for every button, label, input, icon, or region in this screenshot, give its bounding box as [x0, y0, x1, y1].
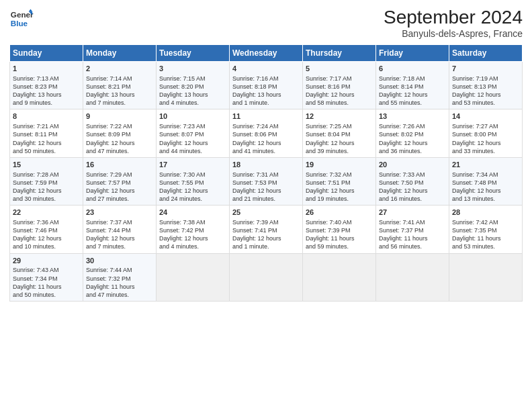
- day-number: 24: [159, 208, 226, 218]
- day-number: 13: [379, 111, 446, 122]
- calendar-cell: 10Sunrise: 7:23 AM Sunset: 8:07 PM Dayli…: [157, 109, 230, 157]
- day-number: 8: [13, 111, 80, 122]
- calendar-cell: 4Sunrise: 7:16 AM Sunset: 8:18 PM Daylig…: [230, 62, 303, 109]
- day-number: 2: [86, 64, 153, 74]
- calendar-cell: 5Sunrise: 7:17 AM Sunset: 8:16 PM Daylig…: [303, 62, 376, 109]
- day-number: 16: [86, 160, 153, 170]
- calendar-cell: 1Sunrise: 7:13 AM Sunset: 8:23 PM Daylig…: [10, 62, 83, 109]
- logo: General Blue: [9, 7, 34, 31]
- day-number: 17: [159, 160, 226, 170]
- day-number: 25: [232, 208, 300, 218]
- calendar-cell: [303, 253, 376, 301]
- calendar-cell: 17Sunrise: 7:30 AM Sunset: 7:55 PM Dayli…: [157, 157, 230, 205]
- day-number: 12: [306, 111, 373, 122]
- calendar-cell: 21Sunrise: 7:34 AM Sunset: 7:48 PM Dayli…: [449, 157, 523, 205]
- day-number: 11: [232, 111, 300, 122]
- calendar-cell: 15Sunrise: 7:28 AM Sunset: 7:59 PM Dayli…: [10, 157, 83, 205]
- calendar-table: SundayMondayTuesdayWednesdayThursdayFrid…: [9, 44, 523, 302]
- day-number: 10: [159, 111, 226, 122]
- day-number: 6: [379, 64, 446, 74]
- calendar-cell: 2Sunrise: 7:14 AM Sunset: 8:21 PM Daylig…: [83, 62, 157, 109]
- calendar-col-header: Friday: [376, 45, 449, 62]
- day-number: 15: [13, 160, 80, 170]
- calendar-cell: [376, 253, 449, 301]
- day-number: 7: [452, 64, 519, 74]
- day-number: 3: [159, 64, 226, 74]
- svg-text:Blue: Blue: [11, 19, 28, 28]
- calendar-cell: 9Sunrise: 7:22 AM Sunset: 8:09 PM Daylig…: [83, 109, 157, 157]
- day-number: 22: [13, 208, 80, 218]
- calendar-cell: 13Sunrise: 7:26 AM Sunset: 8:02 PM Dayli…: [376, 109, 449, 157]
- calendar-col-header: Sunday: [10, 45, 83, 62]
- day-number: 14: [452, 111, 519, 122]
- day-number: 21: [452, 160, 519, 170]
- day-number: 30: [86, 256, 153, 266]
- calendar-col-header: Saturday: [449, 45, 523, 62]
- day-number: 19: [306, 160, 373, 170]
- logo-icon: General Blue: [9, 7, 34, 31]
- day-number: 18: [232, 160, 300, 170]
- calendar-cell: 12Sunrise: 7:25 AM Sunset: 8:04 PM Dayli…: [303, 109, 376, 157]
- calendar-cell: 18Sunrise: 7:31 AM Sunset: 7:53 PM Dayli…: [230, 157, 303, 205]
- day-number: 9: [86, 111, 153, 122]
- calendar-cell: 19Sunrise: 7:32 AM Sunset: 7:51 PM Dayli…: [303, 157, 376, 205]
- calendar-week-row: 8Sunrise: 7:21 AM Sunset: 8:11 PM Daylig…: [10, 109, 523, 157]
- subtitle: Banyuls-dels-Aspres, France: [384, 28, 523, 39]
- day-number: 23: [86, 208, 153, 218]
- calendar-col-header: Monday: [83, 45, 157, 62]
- calendar-body: 1Sunrise: 7:13 AM Sunset: 8:23 PM Daylig…: [10, 62, 523, 302]
- calendar-cell: 20Sunrise: 7:33 AM Sunset: 7:50 PM Dayli…: [376, 157, 449, 205]
- calendar-cell: 29Sunrise: 7:43 AM Sunset: 7:34 PM Dayli…: [10, 253, 83, 301]
- day-number: 1: [13, 64, 80, 74]
- calendar-week-row: 22Sunrise: 7:36 AM Sunset: 7:46 PM Dayli…: [10, 205, 523, 253]
- calendar-cell: 8Sunrise: 7:21 AM Sunset: 8:11 PM Daylig…: [10, 109, 83, 157]
- title-block: September 2024 Banyuls-dels-Aspres, Fran…: [384, 7, 523, 39]
- calendar-cell: 14Sunrise: 7:27 AM Sunset: 8:00 PM Dayli…: [449, 109, 523, 157]
- calendar-cell: 24Sunrise: 7:38 AM Sunset: 7:42 PM Dayli…: [157, 205, 230, 253]
- calendar-cell: 7Sunrise: 7:19 AM Sunset: 8:13 PM Daylig…: [449, 62, 523, 109]
- calendar-cell: [230, 253, 303, 301]
- calendar-week-row: 15Sunrise: 7:28 AM Sunset: 7:59 PM Dayli…: [10, 157, 523, 205]
- calendar-cell: 27Sunrise: 7:41 AM Sunset: 7:37 PM Dayli…: [376, 205, 449, 253]
- calendar-cell: 23Sunrise: 7:37 AM Sunset: 7:44 PM Dayli…: [83, 205, 157, 253]
- calendar-week-row: 1Sunrise: 7:13 AM Sunset: 8:23 PM Daylig…: [10, 62, 523, 109]
- calendar-cell: 22Sunrise: 7:36 AM Sunset: 7:46 PM Dayli…: [10, 205, 83, 253]
- day-number: 20: [379, 160, 446, 170]
- calendar-cell: 28Sunrise: 7:42 AM Sunset: 7:35 PM Dayli…: [449, 205, 523, 253]
- calendar-cell: 30Sunrise: 7:44 AM Sunset: 7:32 PM Dayli…: [83, 253, 157, 301]
- page-header: General Blue September 2024 Banyuls-dels…: [9, 7, 523, 39]
- calendar-week-row: 29Sunrise: 7:43 AM Sunset: 7:34 PM Dayli…: [10, 253, 523, 301]
- calendar-cell: 25Sunrise: 7:39 AM Sunset: 7:41 PM Dayli…: [230, 205, 303, 253]
- day-number: 26: [306, 208, 373, 218]
- calendar-col-header: Tuesday: [157, 45, 230, 62]
- day-number: 29: [13, 256, 80, 266]
- day-number: 27: [379, 208, 446, 218]
- calendar-col-header: Wednesday: [230, 45, 303, 62]
- calendar-cell: 11Sunrise: 7:24 AM Sunset: 8:06 PM Dayli…: [230, 109, 303, 157]
- calendar-cell: 26Sunrise: 7:40 AM Sunset: 7:39 PM Dayli…: [303, 205, 376, 253]
- day-number: 5: [306, 64, 373, 74]
- main-title: September 2024: [384, 7, 523, 28]
- calendar-cell: [449, 253, 523, 301]
- calendar-cell: [157, 253, 230, 301]
- day-number: 4: [232, 64, 300, 74]
- calendar-header-row: SundayMondayTuesdayWednesdayThursdayFrid…: [10, 45, 523, 62]
- day-number: 28: [452, 208, 519, 218]
- calendar-cell: 6Sunrise: 7:18 AM Sunset: 8:14 PM Daylig…: [376, 62, 449, 109]
- calendar-cell: 3Sunrise: 7:15 AM Sunset: 8:20 PM Daylig…: [157, 62, 230, 109]
- calendar-cell: 16Sunrise: 7:29 AM Sunset: 7:57 PM Dayli…: [83, 157, 157, 205]
- calendar-col-header: Thursday: [303, 45, 376, 62]
